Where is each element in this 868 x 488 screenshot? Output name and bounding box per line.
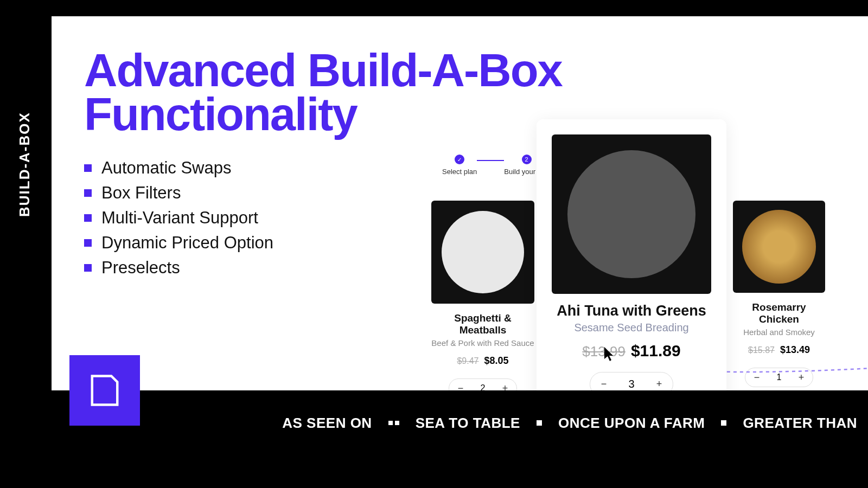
product-name: Ahi Tuna with Greens <box>552 303 711 319</box>
footer-item: SEA TO TABLE <box>416 415 520 432</box>
quantity-stepper: − 2 + <box>449 378 517 390</box>
old-price: $15.87 <box>748 345 775 355</box>
separator-icon <box>388 421 399 425</box>
footer-item: ONCE UPON A FARM <box>558 415 705 432</box>
product-name: Rosemarry Chicken <box>733 301 825 325</box>
old-price: $9.47 <box>457 356 478 366</box>
separator-icon <box>537 420 542 426</box>
quantity-value: 3 <box>626 378 637 390</box>
plus-icon[interactable]: + <box>653 378 665 390</box>
product-image <box>431 201 534 304</box>
title-line-2: Functionality <box>84 88 357 140</box>
product-subtitle: Beef & Pork with Red Sauce <box>431 338 534 348</box>
sidebar-label: BUILD-A-BOX <box>16 112 33 217</box>
minus-icon[interactable]: − <box>455 382 467 390</box>
cursor-icon <box>604 347 616 364</box>
new-price: $13.49 <box>780 344 810 356</box>
product-prices: $13.99 $11.89 <box>552 342 711 360</box>
brand-logo <box>69 355 140 426</box>
product-cards: Spaghetti & Meatballs Beef & Pork with R… <box>431 119 825 390</box>
new-price: $8.05 <box>484 355 509 367</box>
product-prices: $15.87 $13.49 <box>733 344 825 356</box>
product-card[interactable]: Spaghetti & Meatballs Beef & Pork with R… <box>431 201 534 390</box>
product-card-featured[interactable]: Ahi Tuna with Greens Sesame Seed Breadin… <box>537 119 726 390</box>
separator-icon <box>721 420 726 426</box>
product-prices: $9.47 $8.05 <box>431 355 534 367</box>
minus-icon[interactable]: − <box>598 378 610 390</box>
quantity-stepper: − 3 + <box>590 372 673 390</box>
plus-icon[interactable]: + <box>499 382 511 390</box>
product-image <box>552 134 711 294</box>
new-price: $11.89 <box>631 342 681 360</box>
quantity-value: 2 <box>477 383 488 390</box>
product-name: Spaghetti & Meatballs <box>431 312 534 336</box>
footer-item: GREATER THAN <box>743 415 857 432</box>
product-image <box>733 201 825 293</box>
product-subtitle: Sesame Seed Breading <box>552 322 711 334</box>
footer-label: AS SEEN ON <box>282 415 372 432</box>
product-subtitle: Herbal and Smokey <box>733 328 825 337</box>
product-card[interactable]: Rosemarry Chicken Herbal and Smokey $15.… <box>733 201 825 387</box>
main-panel: Advanced Build-A-Box Functionality Autom… <box>52 16 868 390</box>
